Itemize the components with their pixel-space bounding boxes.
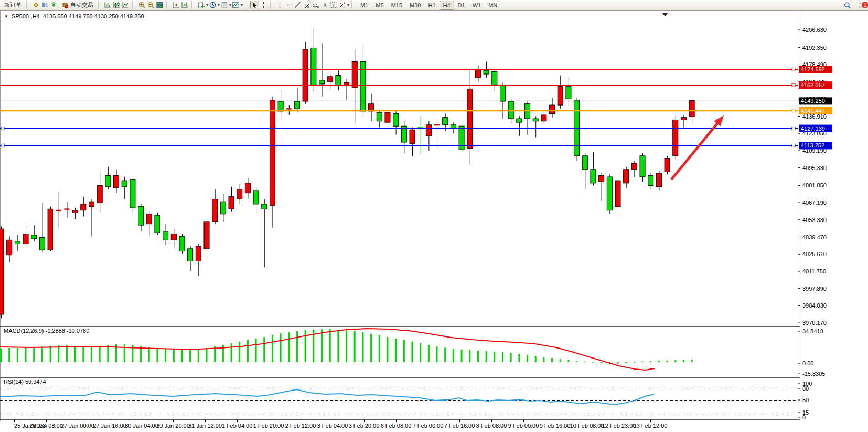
indicators-dropdown-arrow[interactable]: ▾ <box>241 3 243 7</box>
candle-body <box>212 199 218 221</box>
arrows-dropdown-arrow[interactable]: ▾ <box>347 3 349 7</box>
macd-histogram-bar <box>625 362 627 363</box>
horizontal-line-tool[interactable] <box>284 1 293 9</box>
signals-icon[interactable] <box>49 1 58 9</box>
macd-histogram-bar <box>502 352 503 362</box>
macd-histogram-bar <box>82 346 84 362</box>
price-chart[interactable]: 4206.6304192.3504178.4904164.6304150.770… <box>0 10 868 432</box>
candle-body <box>492 71 497 85</box>
quotes-icon[interactable] <box>31 1 40 9</box>
templates-dropdown[interactable] <box>220 1 229 9</box>
timeframe-m5[interactable]: M5 <box>372 1 387 10</box>
auto-scroll-icon[interactable] <box>172 1 180 9</box>
autotrading-button[interactable]: 自动交易 <box>58 0 96 10</box>
search-icon[interactable] <box>843 1 852 10</box>
macd-axis-label: 0.00 <box>802 360 813 366</box>
candle-body <box>500 85 505 101</box>
line-anchor[interactable] <box>792 83 795 87</box>
line-anchor[interactable] <box>792 127 795 130</box>
timeframe-d1[interactable]: D1 <box>454 1 469 10</box>
candle-body <box>615 181 620 207</box>
macd-histogram-bar <box>444 347 446 362</box>
bar-chart-icon[interactable] <box>103 1 112 9</box>
time-axis-label: 3 Feb 04:00 <box>317 423 348 429</box>
macd-histogram-bar <box>592 362 594 363</box>
timeframe-m1[interactable]: M1 <box>357 1 372 10</box>
macd-histogram-bar <box>305 330 306 362</box>
timeframe-h4[interactable]: H4 <box>440 1 454 10</box>
candle-body <box>582 156 587 170</box>
new-chart-dropdown[interactable] <box>197 1 206 9</box>
price-axis-label: 3997.890 <box>802 286 827 292</box>
macd-histogram-bar <box>181 350 183 362</box>
crosshair-tool[interactable] <box>259 1 268 9</box>
tile-windows-icon[interactable] <box>155 1 164 9</box>
line-anchor[interactable] <box>792 144 795 147</box>
candle-body <box>681 118 686 120</box>
notification-badge: 1 <box>862 2 868 8</box>
timeframe-m30[interactable]: M30 <box>406 1 424 10</box>
periods-dropdown[interactable] <box>208 1 217 9</box>
macd-histogram-bar <box>247 340 249 362</box>
line-anchor[interactable] <box>1 127 4 130</box>
price-axis-label: 3984.030 <box>802 302 827 309</box>
fibonacci-tool[interactable]: F <box>311 1 320 9</box>
text-tool[interactable]: A <box>320 1 329 9</box>
zoom-out-icon[interactable] <box>146 1 155 9</box>
line-anchor[interactable] <box>792 109 795 112</box>
arrows-dropdown[interactable] <box>338 1 347 9</box>
line-chart-icon[interactable] <box>121 1 130 9</box>
macd-histogram-bar <box>41 346 43 362</box>
doji-candle <box>286 108 292 109</box>
candle-body <box>385 112 390 122</box>
candle-body <box>270 100 275 206</box>
vertical-line-tool[interactable] <box>275 1 284 9</box>
candle-body <box>0 229 4 314</box>
candle-body <box>426 125 431 136</box>
macd-histogram-bar <box>395 339 397 362</box>
doji-candle <box>56 210 61 211</box>
trendline-tool[interactable] <box>293 1 302 9</box>
chart-shift-icon[interactable] <box>180 1 189 9</box>
macd-histogram-bar <box>272 335 273 362</box>
macd-histogram-bar <box>99 346 101 362</box>
timeframe-m15[interactable]: M15 <box>388 1 406 10</box>
line-anchor[interactable] <box>792 68 795 71</box>
line-anchor[interactable] <box>1 144 4 147</box>
macd-histogram-bar <box>617 362 619 364</box>
candle-body <box>105 176 111 187</box>
timeframe-w1[interactable]: W1 <box>469 1 485 10</box>
macd-histogram-bar <box>107 345 109 362</box>
candle-body <box>393 114 399 127</box>
macd-histogram-bar <box>173 349 175 362</box>
rsi-label: RSI(14) 59.9474 <box>4 378 46 385</box>
market-watch-icon[interactable] <box>40 1 49 9</box>
text-label-tool[interactable]: T <box>329 1 338 9</box>
candle-body <box>410 130 415 143</box>
candle-body <box>155 215 160 233</box>
time-axis-label: 31 Jan 12:00 <box>188 423 222 429</box>
macd-histogram-bar <box>8 348 10 362</box>
macd-histogram-bar <box>428 345 430 362</box>
timeframe-h1[interactable]: H1 <box>424 1 439 10</box>
time-axis-label: 30 Jan 20:00 <box>156 423 190 429</box>
equidistant-channel-tool[interactable]: E <box>302 1 311 9</box>
candlestick-chart-icon[interactable] <box>112 1 121 9</box>
time-axis-label: 10 Feb 08:00 <box>570 423 604 429</box>
indicators-dropdown[interactable] <box>231 1 240 9</box>
chat-icon[interactable]: 1 <box>857 1 866 10</box>
macd-axis-label: 34.8418 <box>802 328 823 334</box>
chart-background <box>0 10 868 432</box>
time-axis-label: 6 Feb 08:00 <box>381 423 412 429</box>
new-order-button[interactable]: 新订单 <box>2 0 24 10</box>
timeframe-mn[interactable]: MN <box>485 1 501 10</box>
candle-body <box>253 191 259 204</box>
cursor-tool[interactable] <box>250 1 259 9</box>
price-axis-label: 4025.610 <box>802 251 827 257</box>
macd-histogram-bar <box>436 346 438 362</box>
chart-collapse-icon[interactable]: ▼ <box>4 14 8 19</box>
candle-body <box>566 87 571 99</box>
zoom-in-icon[interactable] <box>137 1 146 9</box>
chart-window[interactable]: 4206.6304192.3504178.4904164.6304150.770… <box>0 10 868 432</box>
macd-histogram-bar <box>239 342 240 362</box>
